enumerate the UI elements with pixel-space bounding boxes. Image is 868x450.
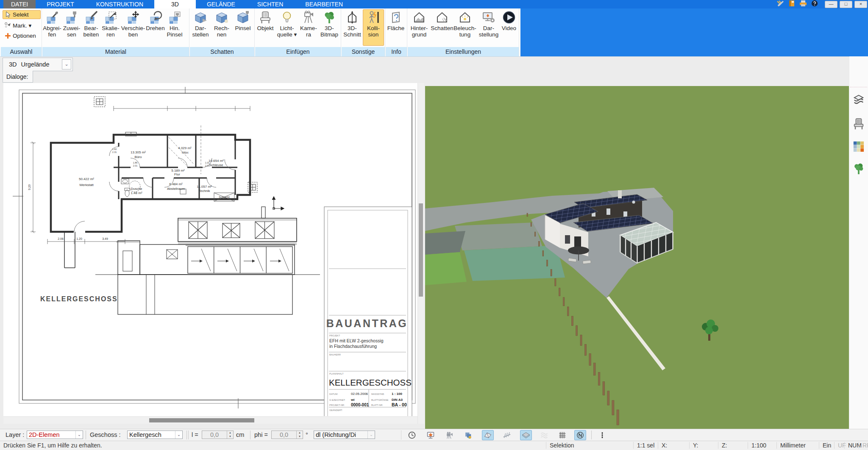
help-button[interactable]	[810, 0, 819, 8]
camera-path-toggle[interactable]	[444, 430, 456, 440]
horizontal-scrollbar[interactable]	[3, 417, 417, 424]
tab-3d[interactable]: 3D	[154, 0, 196, 8]
view-mode-label: 3D	[9, 61, 17, 68]
tab-projekt[interactable]: PROJEKT	[36, 0, 85, 8]
notebook-icon	[787, 0, 796, 7]
monitor-record-toggle[interactable]	[425, 430, 437, 440]
clock-toggle[interactable]	[406, 430, 418, 440]
ribbon-button-beleuchtung[interactable]: Beleuch-tung	[453, 9, 476, 46]
horizontal-scrollbar-thumb[interactable]	[149, 418, 254, 422]
terrain-layers-toggle[interactable]	[538, 430, 550, 440]
ribbon-button-rechnen[interactable]: Rech-nen	[211, 9, 232, 46]
mark-button[interactable]: Mark. ▾	[3, 21, 41, 30]
printer-icon	[799, 0, 807, 7]
close-button[interactable]: ×	[854, 1, 867, 8]
grid-toggle[interactable]	[556, 430, 568, 440]
ribbon-button-darstellung[interactable]: Dar-stellung	[476, 9, 501, 46]
dl-mode-combobox[interactable]: dl (Richtung/Di⌄	[314, 431, 375, 439]
room-technik-name: Technik	[198, 189, 210, 193]
ribbon-button-3dbitmap[interactable]: 3D-Bitmap	[319, 9, 340, 46]
ribbon-button-abgreifen[interactable]: Abgrei-fen	[42, 9, 62, 46]
roof-view-toggle[interactable]	[482, 430, 494, 440]
more-dots-toggle[interactable]	[596, 430, 608, 440]
ribbon-button-skalieren[interactable]: Skalie-ren	[101, 9, 120, 46]
ribbon-button-zuweisen[interactable]: Zuwei-sen	[62, 9, 81, 46]
ribbon-button-video[interactable]: Video	[501, 9, 517, 46]
slab-toggle[interactable]	[520, 430, 532, 440]
label-projekt: PROJEKT	[329, 334, 340, 337]
3d-view-panel[interactable]	[425, 86, 849, 429]
tools-button[interactable]	[776, 0, 785, 8]
shadow-calc-icon	[214, 11, 229, 24]
room-trh-name: TRH	[181, 151, 189, 155]
tab-datei[interactable]: DATEI	[3, 0, 36, 8]
ribbon-group-title: Einstellungen	[408, 47, 519, 56]
ribbon-button-darstellen[interactable]: Dar-stellen	[190, 9, 211, 46]
status-field-ein: Ein	[819, 442, 831, 449]
plus-icon	[4, 32, 11, 39]
ribbon-button-bearbeiten[interactable]: Bear-beiten	[81, 9, 101, 46]
phi-spinner[interactable]: 0,0 ▲▼	[271, 431, 303, 439]
layer-label: Layer :	[6, 431, 24, 438]
restore-button[interactable]: □	[840, 1, 852, 8]
texture-cube-toggle[interactable]	[462, 430, 474, 440]
selekt-button[interactable]: Selekt	[3, 10, 41, 19]
printer-button[interactable]	[799, 0, 807, 8]
2d-drawing-canvas[interactable]: 50.422 m² Werkstatt 13.305 m² Büro 4.029…	[3, 83, 417, 416]
display-icon	[481, 11, 496, 24]
layers-tool[interactable]	[852, 94, 865, 106]
minimize-button[interactable]: —	[825, 1, 837, 8]
ribbon-button-hintergrund[interactable]: Hinter-grund	[408, 9, 431, 46]
ribbon-button-kollision[interactable]: Kolli-sion	[363, 9, 384, 46]
tree-side-icon	[852, 162, 865, 175]
tree-side-tool[interactable]	[852, 162, 865, 175]
ribbon-button-hinpinsel[interactable]: Hin.Pinsel	[165, 9, 184, 46]
tab-gelände[interactable]: GELÄNDE	[196, 0, 246, 8]
vertical-scrollbar[interactable]	[417, 83, 424, 424]
monitor-record-icon	[426, 431, 435, 439]
l-spinner[interactable]: 0,0 ▲▼	[202, 431, 234, 439]
ribbon-button-fläche[interactable]: Fläche	[386, 9, 406, 46]
railing-toggle[interactable]	[501, 430, 513, 440]
status-bar: Drücken Sie F1, um Hilfe zu erhalten. Se…	[0, 441, 868, 450]
north-compass-toggle[interactable]	[574, 430, 586, 440]
button-label: Abgrei-fen	[43, 25, 61, 38]
button-label: Objekt	[257, 25, 273, 31]
2d-plan-panel[interactable]: 50.422 m² Werkstatt 13.305 m² Büro 4.029…	[3, 83, 417, 416]
chair-side-icon	[852, 117, 865, 130]
ribbon-button-schatten[interactable]: Schatten	[431, 9, 453, 46]
button-label: 3D-Bitmap	[320, 25, 338, 38]
view-dropdown-button[interactable]: ⌄	[62, 59, 71, 69]
marker-icon	[4, 22, 11, 29]
ribbon-button-verschieben[interactable]: Verschie-ben	[120, 9, 146, 46]
ribbon-button-pinsel[interactable]: Pinsel	[232, 9, 253, 46]
room-schacht-name: Schacht	[219, 196, 229, 199]
ribbon-button-drehen[interactable]: Drehen	[146, 9, 165, 46]
status-field-1100: 1:100	[748, 442, 766, 449]
chair-side-tool[interactable]	[852, 117, 865, 130]
3d-view-canvas[interactable]	[425, 86, 849, 429]
tab-konstruktion[interactable]: KONSTRUKTION	[85, 0, 154, 8]
palette-tool[interactable]	[852, 140, 865, 153]
button-label: Fläche	[387, 25, 405, 31]
optionen-button[interactable]: Optionen	[3, 31, 41, 40]
geschoss-combobox[interactable]: Kellergesch⌄	[127, 431, 183, 439]
tab-sichten[interactable]: SICHTEN	[246, 0, 294, 8]
tools-icon	[776, 0, 785, 7]
ribbon-button-3dschnitt[interactable]: 3D-Schnitt	[342, 9, 363, 46]
door-dim: 1.01	[205, 161, 210, 164]
ribbon-group-einfügen: ObjektLicht-quelle ▾Kame-ra3D-BitmapEinf…	[255, 8, 341, 56]
view-combobox[interactable]: Urgelände	[21, 61, 62, 68]
layer-combobox[interactable]: 2D-Elemen⌄	[27, 431, 83, 439]
ribbon-button-lichtquelle[interactable]: Licht-quelle ▾	[275, 9, 298, 46]
clock-icon	[407, 431, 417, 439]
tab-bearbeiten[interactable]: BEARBEITEN	[294, 0, 354, 8]
palette-icon	[852, 140, 865, 153]
notebook-button[interactable]	[787, 0, 796, 8]
ribbon-button-objekt[interactable]: Objekt	[255, 9, 275, 46]
ribbon-button-kamera[interactable]: Kame-ra	[298, 9, 319, 46]
vertical-scrollbar-thumb[interactable]	[419, 203, 423, 297]
dim-height: 9.29	[28, 184, 31, 190]
label-bauherr: BAUHERR	[329, 353, 341, 356]
button-label: Hin.Pinsel	[167, 25, 183, 38]
